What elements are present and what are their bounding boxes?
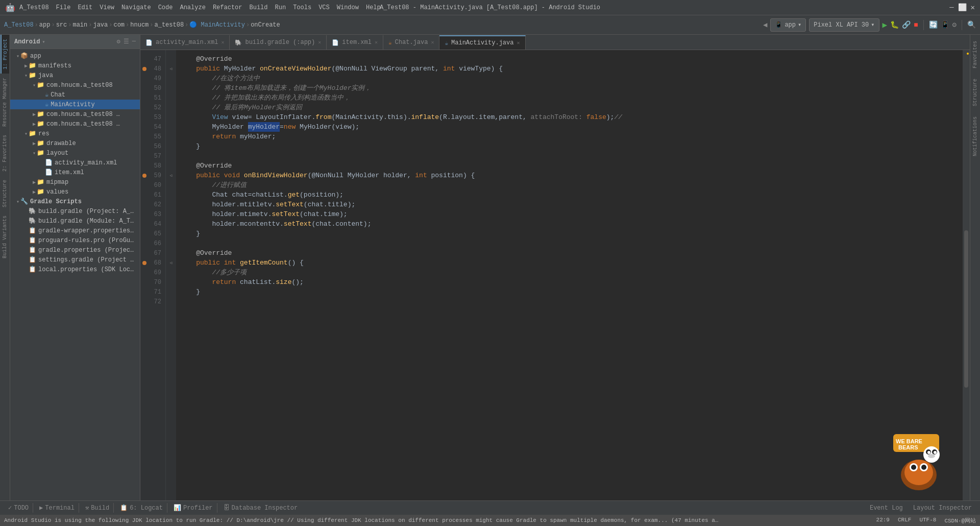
bottom-layout-inspector[interactable]: Layout Inspector [909, 504, 976, 513]
tab-chat[interactable]: ☕ Chat.java ✕ [383, 35, 439, 50]
run-config-selector[interactable]: 📱 app ▾ [770, 18, 806, 32]
panel-dropdown-icon[interactable]: ▾ [42, 39, 45, 45]
tree-item-activity-xml[interactable]: ▶ 📄 activity_main.xml [10, 158, 140, 168]
menu-window[interactable]: Window [337, 4, 359, 11]
menu-navigate[interactable]: Navigate [121, 4, 151, 11]
tree-item-res[interactable]: ▾ 📁 res [10, 129, 140, 138]
menu-build[interactable]: Build [250, 4, 268, 11]
tab-close-gradle[interactable]: ✕ [318, 39, 321, 45]
status-git[interactable]: CSDN·@网站 [944, 517, 976, 524]
menu-file[interactable]: File [56, 4, 71, 11]
breadcrumb-main[interactable]: main [72, 21, 87, 29]
tree-item-app[interactable]: ▾ 📦 app [10, 51, 140, 61]
tree-item-mainactivity[interactable]: ▶ ☕ MainActivity [10, 100, 140, 109]
breadcrumb-mainactivity[interactable]: 🔵 MainActivity [189, 21, 245, 29]
menu-tools[interactable]: Tools [293, 4, 311, 11]
menu-analyze[interactable]: Analyze [180, 4, 205, 11]
sync-icon[interactable]: 🔄 [929, 20, 938, 29]
menu-a-test08[interactable]: A_Test08 [19, 4, 49, 11]
nav-back-icon[interactable]: ◀ [763, 20, 767, 29]
breadcrumb-com[interactable]: com [113, 21, 125, 29]
tab-close-activity[interactable]: ✕ [221, 39, 224, 45]
tree-item-java[interactable]: ▾ 📁 java [10, 70, 140, 80]
code-line-68: public int getItemCount() { [176, 258, 963, 268]
menu-edit[interactable]: Edit [78, 4, 92, 11]
right-scrollbar[interactable] [963, 50, 970, 500]
panel-gear-icon[interactable]: ☰ [124, 38, 129, 45]
status-line-col[interactable]: 22:9 [876, 517, 890, 524]
minimize-button[interactable]: — [949, 3, 953, 12]
menu-view[interactable]: View [100, 4, 114, 11]
menu-refactor[interactable]: Refactor [213, 4, 242, 11]
tree-item-buildgradle-project[interactable]: ▶ 🐘 build.gradle (Project: A_Test08) [10, 206, 140, 216]
tab-itemxml[interactable]: 📄 item.xml ✕ [327, 35, 383, 50]
menu-vcs[interactable]: VCS [318, 4, 330, 11]
tree-item-item-xml[interactable]: ▶ 📄 item.xml [10, 168, 140, 177]
right-sidebar-structure[interactable]: Structure [971, 75, 979, 110]
avd-manager-icon[interactable]: 📱 [941, 20, 949, 29]
tree-item-gradle-scripts[interactable]: ▾ 🔧 Gradle Scripts [10, 197, 140, 206]
attach-button[interactable]: 🔗 [902, 20, 911, 29]
sidebar-item-project[interactable]: 1: Project [1, 35, 9, 74]
breadcrumb-atest08[interactable]: a_test08 [155, 21, 184, 29]
maximize-button[interactable]: ⬜ [958, 3, 967, 12]
sdk-manager-icon[interactable]: ⚙ [952, 20, 957, 29]
breadcrumb-project[interactable]: A_Test08 [4, 21, 34, 29]
breadcrumb-oncreate[interactable]: onCreate [251, 21, 280, 29]
tree-item-androidtest[interactable]: ▶ 📁 com.hnucm.a_test08 (andro... [10, 109, 140, 119]
search-everywhere-icon[interactable]: 🔍 [967, 20, 976, 29]
bottom-tab-terminal[interactable]: ▶ Terminal [35, 503, 79, 513]
status-encoding[interactable]: UTF-8 [919, 517, 936, 524]
breadcrumb-java[interactable]: java [93, 21, 108, 29]
tree-item-buildgradle-module[interactable]: ▶ 🐘 build.gradle (Module: A_Test0... [10, 216, 140, 226]
sidebar-item-buildvariants[interactable]: Build Variants [1, 211, 9, 262]
bottom-tab-logcat[interactable]: 📋 6: Logcat [116, 503, 167, 513]
tab-close-item[interactable]: ✕ [375, 39, 378, 45]
right-sidebar-favorites[interactable]: Favorites [971, 37, 979, 73]
right-sidebar-notifications[interactable]: Notifications [971, 112, 979, 160]
bottom-tab-database[interactable]: 🗄 Database Inspector [219, 503, 302, 513]
tree-item-gradle-wrapper[interactable]: ▶ 📋 gradle-wrapper.properties (Gr... [10, 226, 140, 235]
tree-item-settings-gradle[interactable]: ▶ 📋 settings.gradle (Project Setting...) [10, 255, 140, 265]
tree-item-drawable[interactable]: ▶ 📁 drawable [10, 138, 140, 148]
editor[interactable]: 47 48 49 50 51 52 53 54 55 56 57 58 [140, 50, 970, 500]
bottom-tab-todo[interactable]: ✓ TODO [4, 503, 33, 513]
bottom-tab-build[interactable]: ⚒ Build [81, 503, 114, 513]
menu-help[interactable]: Help [366, 4, 381, 11]
tree-item-gradle-props[interactable]: ▶ 📋 gradle.properties (Project Prop...) [10, 245, 140, 255]
tree-item-values[interactable]: ▶ 📁 values [10, 187, 140, 197]
code-content[interactable]: @Override public MyHolder onCreateViewHo… [176, 50, 963, 500]
tree-item-mipmap[interactable]: ▶ 📁 mipmap [10, 177, 140, 187]
panel-collapse-icon[interactable]: — [132, 38, 136, 45]
menu-run[interactable]: Run [275, 4, 286, 11]
status-crlf[interactable]: CRLF [898, 517, 911, 524]
breadcrumb-app[interactable]: app [39, 21, 51, 29]
sidebar-item-resource[interactable]: Resource Manager [1, 74, 9, 131]
close-button[interactable]: ✕ [971, 3, 975, 12]
menu-code[interactable]: Code [158, 4, 173, 11]
tree-item-manifests[interactable]: ▶ 📁 manifests [10, 61, 140, 70]
tab-mainactivity[interactable]: ☕ MainActivity.java ✕ [439, 35, 525, 50]
stop-button[interactable]: ■ [914, 21, 918, 29]
tab-close-chat[interactable]: ✕ [431, 39, 434, 45]
tab-close-main[interactable]: ✕ [517, 40, 520, 46]
run-button[interactable]: ▶ [883, 20, 888, 30]
tree-item-chat[interactable]: ▶ ☕ Chat [10, 90, 140, 100]
tree-item-local-props[interactable]: ▶ 📋 local.properties (SDK Location) [10, 265, 140, 274]
tree-item-layout[interactable]: ▾ 📁 layout [10, 148, 140, 158]
bottom-event-log[interactable]: Event Log [866, 504, 907, 513]
tree-item-proguard[interactable]: ▶ 📋 proguard-rules.pro (ProGuard f... [10, 235, 140, 245]
bottom-tab-profiler[interactable]: 📊 Profiler [169, 503, 217, 513]
device-selector[interactable]: Pixel XL API 30 ▾ [809, 18, 879, 32]
breadcrumb-hnucm[interactable]: hnucm [130, 21, 149, 29]
breadcrumb-src[interactable]: src [56, 21, 67, 29]
tree-item-test[interactable]: ▶ 📁 com.hnucm.a_test08 (test) [10, 119, 140, 129]
tab-activity-main[interactable]: 📄 activity_main.xml ✕ [140, 35, 230, 50]
sidebar-item-favorites[interactable]: 2: Favorites [1, 131, 9, 176]
debug-button[interactable]: 🐛 [890, 20, 899, 29]
sidebar-item-structure[interactable]: Structure [1, 176, 9, 211]
svg-point-1 [904, 460, 933, 485]
tab-buildgradle[interactable]: 🐘 build.gradle (:app) ✕ [230, 35, 327, 50]
tree-item-package[interactable]: ▾ 📁 com.hnucm.a_test08 [10, 80, 140, 90]
panel-cog-icon[interactable]: ⚙ [117, 38, 120, 45]
